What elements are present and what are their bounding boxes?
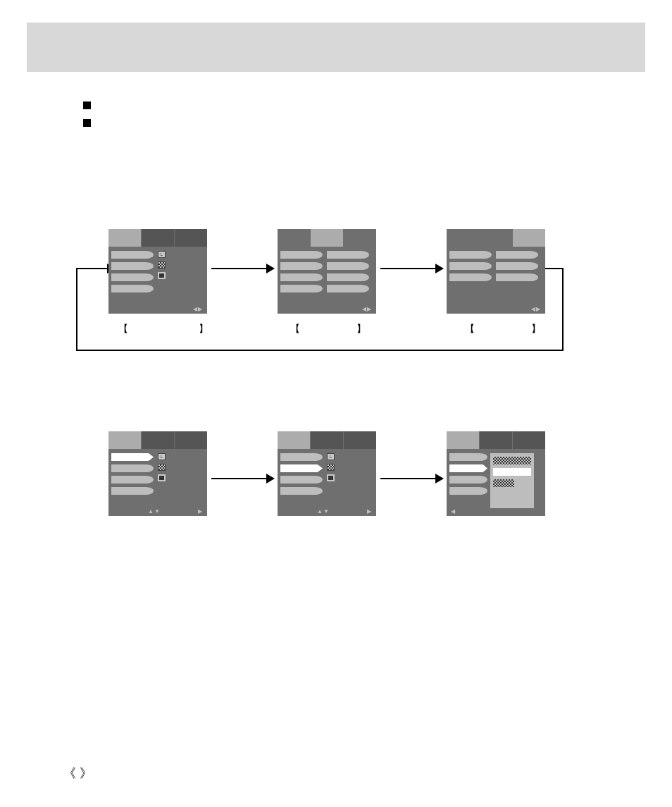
bracket-label-3 bbox=[465, 323, 541, 335]
page-marker: 《 》 bbox=[63, 765, 92, 782]
solid-icon-4 bbox=[158, 474, 166, 481]
icon-column-4: L bbox=[158, 453, 169, 485]
tabs-1 bbox=[108, 229, 207, 247]
tab-3e bbox=[344, 431, 376, 449]
loop-vert-left bbox=[76, 268, 77, 351]
left-rows-5 bbox=[280, 453, 323, 498]
selected-row-5 bbox=[280, 464, 323, 472]
loop-horz-bottom bbox=[76, 350, 564, 351]
nav-indicator-3: ◀▶ bbox=[531, 306, 541, 312]
loop-horz-entry bbox=[76, 268, 108, 269]
tab-2 bbox=[142, 229, 174, 247]
dots-icon bbox=[158, 261, 166, 269]
tab-1e bbox=[278, 431, 310, 449]
loop-vert-right bbox=[562, 268, 564, 351]
size-L-icon-4: L bbox=[158, 453, 166, 460]
tabs-5 bbox=[278, 431, 376, 449]
solid-icon-5 bbox=[327, 474, 335, 481]
left-rows-2 bbox=[280, 251, 323, 296]
arrow-5-6 bbox=[380, 478, 437, 479]
tab-2c bbox=[480, 229, 512, 247]
tab-3 bbox=[175, 229, 207, 247]
bullet-1 bbox=[83, 101, 91, 109]
icon-column: L bbox=[158, 251, 169, 283]
tab-2f bbox=[480, 431, 512, 449]
bracket-label-1 bbox=[118, 323, 209, 335]
bullet-2 bbox=[83, 119, 91, 127]
left-rows-6 bbox=[449, 453, 487, 498]
menu-screen-2: ◀▶ bbox=[278, 229, 376, 314]
tab-3d bbox=[175, 431, 207, 449]
selected-row-4 bbox=[111, 453, 154, 461]
tabs-4 bbox=[108, 431, 207, 449]
nav-right-4: ▶ bbox=[198, 508, 203, 515]
arrow-4-5 bbox=[211, 478, 268, 479]
option-1 bbox=[493, 457, 531, 464]
menu-screen-5: L ▲▼ ▶ bbox=[278, 431, 376, 516]
bullet-list bbox=[83, 101, 91, 137]
left-rows-3 bbox=[449, 251, 492, 285]
left-rows bbox=[111, 251, 154, 296]
right-rows-2 bbox=[327, 251, 369, 296]
nav-indicator: ◀▶ bbox=[193, 306, 203, 312]
tab-1 bbox=[108, 229, 141, 247]
menu-screen-3: ◀▶ bbox=[447, 229, 545, 314]
option-3 bbox=[493, 479, 514, 487]
tabs-2 bbox=[278, 229, 376, 247]
nav-indicator-2: ◀▶ bbox=[362, 306, 372, 312]
nav-left-6: ◀ bbox=[451, 508, 456, 515]
options-panel bbox=[490, 453, 534, 508]
loop-exit bbox=[545, 268, 564, 269]
tab-2d bbox=[142, 431, 174, 449]
nav-right-5: ▶ bbox=[367, 508, 372, 515]
bracket-label-2 bbox=[290, 323, 366, 335]
tab-3f bbox=[513, 431, 545, 449]
header-band bbox=[27, 23, 645, 72]
menu-screen-1: L ◀▶ bbox=[108, 229, 207, 314]
tab-2e bbox=[311, 431, 343, 449]
option-selected bbox=[493, 468, 531, 476]
selected-row-6 bbox=[449, 464, 487, 472]
dots-icon-5 bbox=[327, 464, 335, 471]
tab-1f bbox=[447, 431, 479, 449]
nav-updown-5: ▲▼ bbox=[317, 508, 330, 515]
icon-column-5: L bbox=[327, 453, 338, 485]
size-L-icon-5: L bbox=[327, 453, 335, 460]
menu-screen-6: ◀ bbox=[447, 431, 545, 516]
arrow-1-2 bbox=[211, 268, 268, 269]
tab-1d bbox=[108, 431, 141, 449]
tab-1c bbox=[447, 229, 479, 247]
left-rows-4 bbox=[111, 453, 154, 498]
solid-icon bbox=[158, 272, 166, 279]
size-L-icon: L bbox=[158, 251, 166, 258]
dots-icon-4 bbox=[158, 464, 166, 471]
tab-3c bbox=[513, 229, 545, 247]
tabs-3 bbox=[447, 229, 545, 247]
tab-1b bbox=[278, 229, 310, 247]
tab-2b bbox=[311, 229, 343, 247]
right-rows-3 bbox=[496, 251, 538, 285]
menu-screen-4: L ▲▼ ▶ bbox=[108, 431, 207, 516]
arrow-2-3 bbox=[380, 268, 437, 269]
tab-3b bbox=[344, 229, 376, 247]
nav-updown-4: ▲▼ bbox=[148, 508, 161, 515]
tabs-6 bbox=[447, 431, 545, 449]
